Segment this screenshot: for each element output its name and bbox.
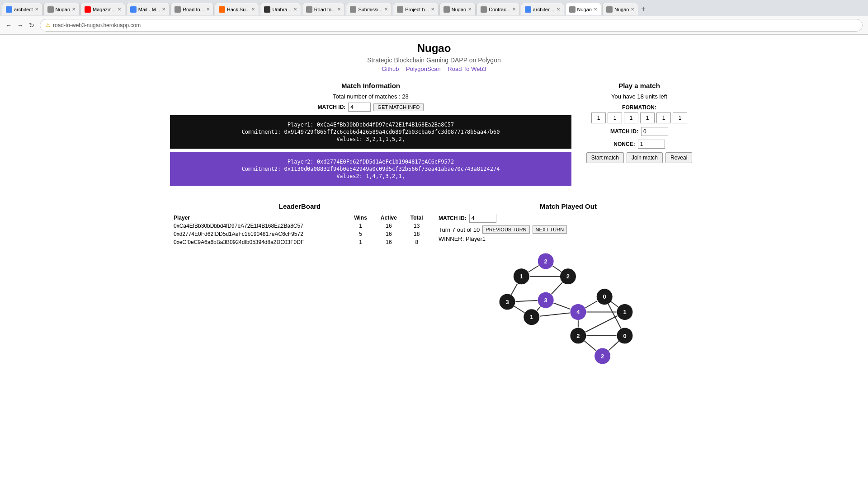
polygonscan-link[interactable]: PolygonScan — [406, 66, 441, 72]
action-buttons: Start match Join match Reveal — [580, 152, 698, 163]
forward-button[interactable]: → — [15, 20, 25, 31]
tab-submission[interactable]: Submissi... ✕ — [346, 3, 392, 15]
roadtoweb3-link[interactable]: Road To Web3 — [448, 66, 486, 72]
tab-road1[interactable]: Road to... ✕ — [170, 3, 214, 15]
tab-project[interactable]: Project b... ✕ — [393, 3, 439, 15]
leaderboard-cell-wins: 1 — [348, 222, 374, 230]
tab-close-icon[interactable]: ✕ — [118, 7, 121, 12]
play-match-id-input[interactable] — [641, 127, 668, 136]
formation-input-1[interactable] — [591, 113, 606, 123]
match-played-id-row: MATCH ID: — [439, 214, 698, 223]
tab-umbra[interactable]: Umbra... ✕ — [260, 3, 301, 15]
tab-label: Nugao — [56, 7, 70, 12]
tab-favicon — [130, 6, 137, 13]
leaderboard-cell-total: 8 — [404, 238, 429, 246]
tab-close-icon[interactable]: ✕ — [337, 7, 341, 12]
reveal-button[interactable]: Reveal — [665, 152, 692, 163]
github-link[interactable]: Github — [382, 66, 399, 72]
reload-button[interactable]: ↻ — [27, 20, 36, 31]
address-bar[interactable]: ⚠ road-to-web3-nugao.herokuapp.com — [40, 19, 863, 32]
nav-bar: ← → ↻ ⚠ road-to-web3-nugao.herokuapp.com — [0, 16, 868, 34]
tab-nugao-active[interactable]: Nugao ✕ — [565, 3, 601, 15]
tab-favicon — [443, 6, 450, 13]
tab-road2[interactable]: Road to... ✕ — [302, 3, 345, 15]
formation-input-3[interactable] — [624, 113, 638, 123]
tab-label: Magazin... — [93, 7, 116, 12]
tab-magazine[interactable]: Magazin... ✕ — [80, 3, 125, 15]
formation-input-2[interactable] — [608, 113, 622, 123]
leaderboard-section: LeaderBoard Player Wins Active Total 0xC… — [170, 202, 429, 374]
tab-close-icon[interactable]: ✕ — [631, 7, 634, 12]
svg-text:2: 2 — [576, 333, 580, 339]
col-wins: Wins — [348, 214, 374, 222]
tab-close-icon[interactable]: ✕ — [206, 7, 210, 12]
col-total: Total — [404, 214, 429, 222]
leaderboard-cell-player: 0xeCf0eC9A6a6bBa3B0924dfb05394d8a2DC03F0… — [170, 238, 348, 246]
tab-close-icon[interactable]: ✕ — [35, 7, 38, 12]
nonce-input[interactable] — [638, 140, 665, 149]
tab-close-icon[interactable]: ✕ — [162, 7, 165, 12]
page-subtitle: Strategic Blockchain Gaming DAPP on Poly… — [170, 56, 698, 64]
next-turn-button[interactable]: NEXT TURN — [533, 225, 567, 234]
formation-row — [580, 113, 698, 123]
tab-close-icon[interactable]: ✕ — [431, 7, 434, 12]
player1-address: Player1: 0xCa4EfBb30bDbbd4fD97eA72E1f4B1… — [177, 122, 564, 128]
svg-text:2: 2 — [544, 258, 547, 265]
tab-close-icon[interactable]: ✕ — [293, 7, 297, 12]
tab-architect2[interactable]: architec... ✕ — [521, 3, 564, 15]
tab-close-icon[interactable]: ✕ — [72, 7, 75, 12]
match-id-play-row: MATCH ID: — [580, 127, 698, 136]
svg-text:1: 1 — [623, 309, 626, 315]
tab-hacksu[interactable]: Hack Su... ✕ — [215, 3, 259, 15]
tab-label: Submissi... — [358, 7, 382, 12]
tab-label: Nugao — [614, 7, 629, 12]
tab-architect[interactable]: architect ✕ — [2, 3, 42, 15]
tab-label: Nugao — [577, 7, 592, 12]
prev-turn-button[interactable]: PREVIOUS TURN — [482, 225, 529, 234]
formation-label: FORMATION: — [580, 104, 698, 111]
tab-close-icon[interactable]: ✕ — [468, 7, 472, 12]
tab-close-icon[interactable]: ✕ — [251, 7, 255, 12]
tab-mail[interactable]: Mail - M... ✕ — [126, 3, 170, 15]
join-match-button[interactable]: Join match — [627, 152, 663, 163]
back-button[interactable]: ← — [4, 20, 14, 31]
match-played-id-input[interactable] — [469, 214, 496, 223]
tab-favicon — [85, 6, 91, 13]
tab-close-icon[interactable]: ✕ — [384, 7, 388, 12]
tab-favicon — [306, 6, 312, 13]
start-match-button[interactable]: Start match — [586, 152, 624, 163]
svg-text:1: 1 — [520, 273, 523, 280]
player1-card: Player1: 0xCa4EfBb30bDbbd4fD97eA72E1f4B1… — [170, 115, 571, 149]
tab-favicon — [219, 6, 225, 13]
tab-contract[interactable]: Contrac... ✕ — [476, 3, 520, 15]
formation-input-6[interactable] — [673, 113, 687, 123]
svg-text:4: 4 — [576, 309, 580, 315]
leaderboard-cell-wins: 5 — [348, 230, 374, 238]
svg-text:0: 0 — [623, 333, 626, 339]
tab-favicon — [481, 6, 487, 13]
tab-nugao-1[interactable]: Nugao ✕ — [43, 3, 80, 15]
leaderboard-row: 0xd2774E0Fd62fDD5d1AeFc1b1904817eAC6cF95… — [170, 230, 429, 238]
units-left: You have 18 units left — [580, 93, 698, 100]
tab-bar: architect ✕ Nugao ✕ Magazin... ✕ Mail - … — [0, 0, 868, 16]
tab-nugao-2[interactable]: Nugao ✕ — [439, 3, 476, 15]
formation-input-4[interactable] — [640, 113, 655, 123]
leaderboard-cell-player: 0xd2774E0Fd62fDD5d1AeFc1b1904817eAC6cF95… — [170, 230, 348, 238]
tab-favicon — [264, 6, 270, 13]
tab-nugao-3[interactable]: Nugao ✕ — [602, 3, 638, 15]
tab-favicon — [47, 6, 54, 13]
col-player: Player — [170, 214, 348, 222]
divider-top — [170, 78, 698, 78]
formation-input-5[interactable] — [656, 113, 671, 123]
match-id-input[interactable] — [348, 103, 371, 112]
match-info-title: Match Information — [170, 82, 571, 89]
tab-close-icon[interactable]: ✕ — [512, 7, 516, 12]
get-match-info-button[interactable]: GET MATCH INFO — [373, 103, 424, 111]
game-svg: 212331401202 — [494, 248, 643, 374]
turn-text: Turn 7 out of 10 — [439, 226, 480, 233]
new-tab-button[interactable]: + — [639, 5, 647, 13]
tab-close-icon[interactable]: ✕ — [557, 7, 560, 12]
tab-close-icon[interactable]: ✕ — [594, 7, 597, 12]
svg-text:2: 2 — [566, 273, 570, 280]
page-content: Nugao Strategic Blockchain Gaming DAPP o… — [163, 35, 705, 381]
